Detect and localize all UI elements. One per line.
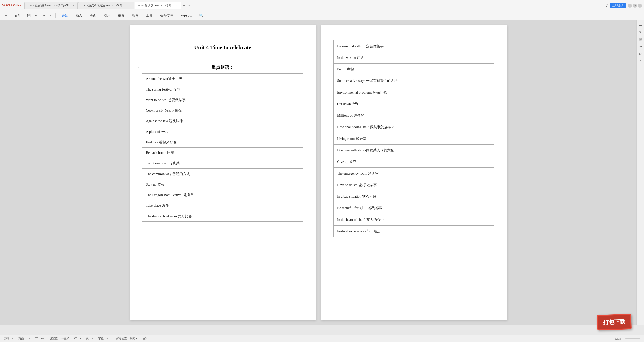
status-zoom: 120%: [615, 337, 621, 340]
minimize-button[interactable]: —: [628, 4, 632, 8]
menu-home[interactable]: 开始: [60, 12, 70, 19]
vocab-row-left: Against the law 违反法律: [142, 116, 303, 126]
window-controls: — □ ✕: [628, 4, 642, 8]
page-left: ⠿ Unit 4 Time to celebrate □ 重点短语： Aroun…: [130, 25, 316, 320]
tab-add-button[interactable]: +: [182, 3, 187, 8]
vocab-row-right: Environmental problems 环保问题: [334, 87, 494, 98]
vocab-row-left: Traditional dish 传统菜: [142, 158, 303, 169]
vocab-row-left: Feel like 看起来好像: [142, 137, 303, 148]
vocab-table-left: Around the world 全世界The spring festival …: [142, 73, 303, 222]
toolbar-sep-1: [55, 13, 56, 18]
tab-1-close[interactable]: ✕: [72, 4, 74, 7]
tab-3[interactable]: Unit4 知识点 2024-2025学年： ✕: [135, 2, 181, 9]
page-title-box: Unit 4 Time to celebrate: [142, 40, 303, 54]
download-badge[interactable]: 打包下载: [597, 314, 632, 331]
menu-page[interactable]: 页面: [88, 12, 98, 19]
vocab-row-left: The dragon boat races 龙舟比赛: [142, 211, 303, 222]
sidebar-icon-6[interactable]: ↑: [639, 59, 641, 63]
download-badge-label: 打包下载: [603, 318, 626, 325]
vocab-row-left: Want to do sth. 想要做某事: [142, 95, 303, 105]
vocab-row-left: A piece of 一片: [142, 126, 303, 137]
toolbar-save[interactable]: 💾: [27, 14, 31, 17]
vocab-row-right: Be sure to do sth. 一定会做某事: [334, 40, 494, 52]
vocab-row-right: Disagree with sb. 不同意某人（的意见）: [334, 145, 494, 156]
vocab-row-right: The emergency room 急诊室: [334, 168, 494, 179]
status-view[interactable]: 校对: [142, 337, 148, 340]
sidebar-icon-1[interactable]: ☁: [639, 23, 642, 27]
section-marker: □: [138, 65, 139, 68]
menu-view[interactable]: 视图: [131, 12, 140, 19]
menu-hamburger[interactable]: ≡: [4, 13, 8, 19]
toolbar-redo[interactable]: ↪: [42, 14, 45, 17]
vocab-row-left: The Dragon Boat Festival 龙舟节: [142, 190, 303, 200]
menu-bar: ≡ 文件 💾 ↩ ↪ ▾ 开始 插入 页面 引用 审阅 视图 工具 会员专享 W…: [0, 11, 644, 20]
tab-2[interactable]: Unit 4重点单词用法2024-2025学年：... ✕: [78, 2, 134, 9]
vocab-row-right: How about doing sth.? 做某事怎么样？: [334, 121, 494, 133]
content-area: ⠿ Unit 4 Time to celebrate □ 重点短语： Aroun…: [0, 20, 644, 325]
maximize-button[interactable]: □: [633, 4, 637, 8]
vocab-row-right: Some creative ways 一些有创造性的方法: [334, 75, 494, 87]
vocab-row-left: Take place 发生: [142, 200, 303, 211]
vocab-row-right: In the heart of sb. 在某人的心中: [334, 214, 494, 226]
sidebar-icon-2[interactable]: ✎: [639, 30, 642, 34]
status-check[interactable]: 拼写检查：关闭 ▾: [116, 337, 137, 340]
page-title: Unit 4 Time to celebrate: [194, 44, 251, 50]
status-right: 120%: [615, 337, 640, 340]
menu-review[interactable]: 审阅: [116, 12, 126, 19]
status-wordcount: 字数：622: [98, 337, 111, 340]
vocab-row-right: Put up 举起: [334, 64, 494, 75]
tab-bar: Unit 4面法讲解2024-2025学年外研... ✕ Unit 4重点单词用…: [24, 2, 605, 9]
status-section: 节：1/1: [35, 337, 44, 340]
tab-2-close[interactable]: ✕: [129, 4, 131, 7]
zoom-slider[interactable]: [625, 338, 640, 339]
tab-more[interactable]: ▾: [187, 4, 191, 7]
tab-1[interactable]: Unit 4面法讲解2024-2025学年外研... ✕: [24, 2, 78, 9]
status-size: 设置值：2.5厘米: [49, 337, 69, 340]
share-icon[interactable]: ⤴: [606, 4, 608, 8]
vocab-row-right: Give up 放弃: [334, 156, 494, 168]
vocab-row-left: The common way 普通的方式: [142, 169, 303, 179]
menu-file[interactable]: 文件: [13, 12, 22, 19]
vocab-row-left: Be back home 回家: [142, 148, 303, 158]
vocab-row-left: The spring festival 春节: [142, 84, 303, 95]
toolbar-more[interactable]: ▾: [49, 14, 51, 17]
login-button[interactable]: 立即登录: [610, 3, 626, 8]
tab-3-close[interactable]: ✕: [176, 4, 178, 7]
menu-insert[interactable]: 插入: [74, 12, 84, 19]
toolbar-undo[interactable]: ↩: [35, 14, 38, 17]
vocab-row-left: Stay up 熬夜: [142, 179, 303, 190]
status-col: 行：1: [74, 337, 81, 340]
menu-search[interactable]: 🔍: [198, 13, 205, 19]
section-heading-container: □ 重点短语：: [142, 64, 303, 70]
section-heading: 重点短语：: [142, 64, 303, 70]
vocab-row-right: Festival experiences 节日经历: [334, 226, 494, 237]
top-right-controls: ⤴ 立即登录 — □ ✕: [606, 3, 642, 8]
vocab-row-right: Cut down 砍到: [334, 98, 494, 110]
tab-1-label: Unit 4面法讲解2024-2025学年外研...: [28, 4, 71, 7]
vocab-row-right: Be thankful for 对......感到感激: [334, 202, 494, 214]
vocab-row-right: Living room 起居室: [334, 133, 494, 145]
sidebar-icon-5[interactable]: ⚙: [639, 52, 642, 56]
wps-logo: W WPS Office: [2, 4, 21, 7]
menu-references[interactable]: 引用: [102, 12, 112, 19]
drag-handle-title[interactable]: ⠿: [137, 46, 140, 49]
status-row: 列：1: [86, 337, 93, 340]
menu-tools[interactable]: 工具: [145, 12, 154, 19]
menu-wpsai[interactable]: WPS AI: [179, 13, 193, 19]
tab-3-label: Unit4 知识点 2024-2025学年：: [138, 4, 174, 7]
vocab-row-right: In the west 在西方: [334, 52, 494, 64]
status-pages: 页面：1/5: [18, 337, 30, 340]
status-page: 页码：1: [4, 337, 13, 340]
menu-vip[interactable]: 会员专享: [159, 12, 175, 19]
pages-container: ⠿ Unit 4 Time to celebrate □ 重点短语： Aroun…: [0, 20, 636, 325]
vocab-row-left: Around the world 全世界: [142, 74, 303, 84]
vocab-row-right: Millions of 许多的: [334, 110, 494, 121]
page-right: Be sure to do sth. 一定会做某事In the west 在西方…: [321, 25, 507, 320]
title-section: ⠿ Unit 4 Time to celebrate: [142, 40, 303, 54]
sidebar-icon-3[interactable]: ⊞: [639, 37, 642, 41]
close-button[interactable]: ✕: [638, 4, 642, 8]
vocab-row-right: In a bad situation 状态不好: [334, 191, 494, 202]
right-sidebar: ☁ ✎ ⊞ ⋯ ⚙ ↑: [636, 20, 644, 325]
top-tab-bar: W WPS Office Unit 4面法讲解2024-2025学年外研... …: [0, 0, 644, 11]
sidebar-icon-4[interactable]: ⋯: [639, 45, 642, 49]
